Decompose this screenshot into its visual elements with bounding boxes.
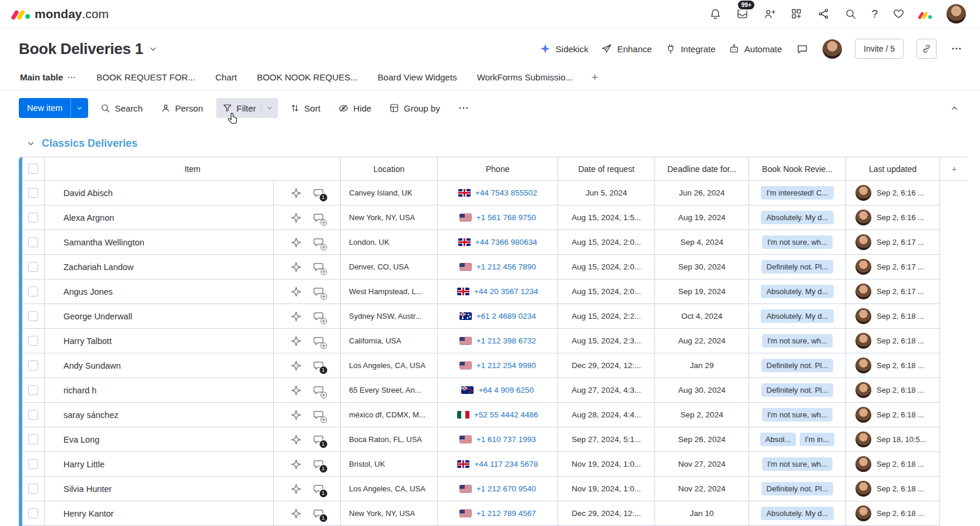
tab-book-request-for[interactable]: BOOK REQUEST FOR...: [95, 65, 196, 90]
table-row[interactable]: saray sánchez méxico df, CDMX, M... +52 …: [22, 403, 968, 427]
phone-link[interactable]: +1 212 398 6732: [476, 336, 536, 345]
sparkle-star-icon[interactable]: [290, 434, 302, 446]
sparkle-star-icon[interactable]: [290, 286, 302, 298]
sparkle-star-icon[interactable]: [290, 335, 302, 347]
item-name[interactable]: Alexa Argnon: [63, 213, 114, 222]
copy-link-button[interactable]: [917, 39, 937, 59]
toolbar-more-button[interactable]: [452, 98, 475, 118]
apps-marketplace-button[interactable]: [789, 6, 804, 21]
hide-button[interactable]: Hide: [332, 99, 377, 118]
date-of-request-cell[interactable]: Sep 27, 2024, 5:1...: [558, 427, 655, 452]
sparkle-star-icon[interactable]: [290, 483, 302, 495]
board-title-chevron-icon[interactable]: [148, 44, 158, 54]
phone-link[interactable]: +1 610 737 1993: [476, 435, 536, 444]
board-options-button[interactable]: [949, 42, 964, 56]
tab-chart[interactable]: Chart: [214, 65, 238, 90]
date-of-request-cell[interactable]: Aug 15, 2024, 2:3...: [558, 329, 655, 353]
updates-button[interactable]: 1: [313, 187, 324, 199]
review-cell[interactable]: I'm not sure, wh...: [749, 403, 846, 427]
column-header-review[interactable]: Book Nook Revie...: [749, 157, 846, 181]
row-checkbox-cell[interactable]: [22, 477, 45, 501]
item-name[interactable]: Henry Kantor: [63, 509, 113, 518]
column-header-last-updated[interactable]: Last updated: [846, 157, 940, 181]
location-cell[interactable]: 65 Every Street, An...: [341, 378, 438, 403]
phone-link[interactable]: +44 7366 980634: [475, 238, 537, 247]
updates-button[interactable]: 1: [313, 483, 324, 495]
review-chip[interactable]: Absolutely. My d...: [761, 211, 833, 224]
location-cell[interactable]: méxico df, CDMX, M...: [341, 403, 438, 427]
phone-cell[interactable]: +1 212 398 6732: [438, 329, 558, 353]
item-name-cell[interactable]: Zachariah Landow: [45, 255, 274, 279]
deadline-cell[interactable]: Nov 22, 2024: [655, 477, 749, 501]
table-row[interactable]: Silvia Hunter 1 Los Angeles, CA, USA +1 …: [22, 477, 968, 501]
location-cell[interactable]: Canvey Island, UK: [341, 181, 438, 205]
phone-link[interactable]: +1 212 670 9540: [476, 484, 536, 493]
phone-cell[interactable]: +1 610 737 1993: [438, 427, 558, 452]
last-updated-cell[interactable]: Sep 2, 6:16 ...: [846, 181, 940, 205]
deadline-cell[interactable]: Sep 30, 2024: [655, 255, 749, 279]
automate-button[interactable]: Automate: [729, 43, 782, 55]
last-updated-cell[interactable]: Sep 2, 6:17 ...: [846, 279, 940, 304]
phone-link[interactable]: +44 20 3567 1234: [474, 287, 538, 296]
column-header-phone[interactable]: Phone: [438, 157, 558, 181]
invite-button[interactable]: Invite / 5: [855, 39, 904, 59]
review-cell[interactable]: Absolutely. My d...: [749, 304, 846, 329]
sort-button[interactable]: Sort: [284, 99, 327, 117]
date-of-request-cell[interactable]: Aug 27, 2024, 4:3...: [558, 378, 655, 403]
invite-members-button[interactable]: [762, 6, 777, 21]
phone-cell[interactable]: +52 55 4442 4486: [438, 403, 558, 427]
select-all-checkbox[interactable]: [28, 164, 38, 174]
last-updated-cell[interactable]: Sep 2, 6:17 ...: [846, 230, 940, 255]
deadline-cell[interactable]: Oct 4, 2024: [655, 304, 749, 329]
sparkle-star-icon[interactable]: [290, 409, 302, 421]
review-cell[interactable]: I'm not sure, wh...: [749, 230, 846, 255]
select-all-cell[interactable]: [22, 157, 45, 181]
item-name[interactable]: Samantha Wellington: [63, 238, 145, 247]
location-cell[interactable]: Los Angeles, CA, USA: [341, 477, 438, 501]
row-checkbox[interactable]: [28, 262, 38, 272]
row-checkbox[interactable]: [28, 459, 38, 469]
location-cell[interactable]: Denver, CO, USA: [341, 255, 438, 279]
table-row[interactable]: David Abisch 1 Canvey Island, UK +44 754…: [22, 181, 968, 205]
row-checkbox-cell[interactable]: [22, 329, 45, 353]
last-updated-cell[interactable]: Sep 2, 6:18 ...: [846, 329, 940, 353]
table-row[interactable]: Zachariah Landow Denver, CO, USA +1 212 …: [22, 255, 968, 279]
location-cell[interactable]: California, USA: [341, 329, 438, 353]
updates-button[interactable]: [313, 409, 324, 421]
sparkle-star-icon[interactable]: [290, 458, 302, 470]
review-chip[interactable]: I'm not sure, wh...: [762, 408, 833, 422]
table-row[interactable]: Andy Sundawn 1 Los Angeles, CA, USA +1 2…: [22, 353, 968, 378]
sidekick-button[interactable]: Sidekick: [539, 43, 589, 55]
add-column-button[interactable]: +: [940, 157, 968, 181]
table-row[interactable]: Henry Kantor 1 New York, NY, USA +1 212 …: [22, 501, 968, 526]
table-row[interactable]: Eva Long 1 Boca Raton, FL, USA +1 610 73…: [22, 427, 968, 452]
phone-link[interactable]: +61 2 4689 0234: [476, 312, 536, 321]
review-chip[interactable]: Absol...: [760, 433, 796, 446]
location-cell[interactable]: Boca Raton, FL, USA: [341, 427, 438, 452]
deadline-cell[interactable]: Jan 10: [655, 501, 749, 526]
updates-button[interactable]: [313, 212, 324, 224]
deadline-cell[interactable]: Nov 27, 2024: [655, 452, 749, 477]
deadline-cell[interactable]: Sep 26, 2024: [655, 427, 749, 452]
group-title[interactable]: Classics Deliveries: [42, 137, 137, 150]
row-checkbox-cell[interactable]: [22, 353, 45, 378]
date-of-request-cell[interactable]: Nov 19, 2024, 1:0...: [558, 452, 655, 477]
review-chip[interactable]: I'm in...: [800, 433, 835, 446]
phone-cell[interactable]: +44 7366 980634: [438, 230, 558, 255]
item-name[interactable]: Andy Sundawn: [63, 361, 121, 370]
review-cell[interactable]: I'm not sure, wh...: [749, 329, 846, 353]
phone-link[interactable]: +1 212 456 7890: [476, 262, 536, 271]
item-name-cell[interactable]: Eva Long: [45, 427, 274, 452]
date-of-request-cell[interactable]: Aug 15, 2024, 2:0...: [558, 230, 655, 255]
location-cell[interactable]: London, UK: [341, 230, 438, 255]
review-chip[interactable]: Absolutely. My d...: [761, 285, 833, 298]
review-cell[interactable]: Absolutely. My d...: [749, 501, 846, 526]
sparkle-star-icon[interactable]: [290, 187, 302, 199]
column-header-location[interactable]: Location: [341, 157, 438, 181]
table-row[interactable]: Harry Talbott California, USA +1 212 398…: [22, 329, 968, 353]
review-cell[interactable]: Definitely not. Pl...: [749, 255, 846, 279]
item-name-cell[interactable]: Alexa Argnon: [45, 205, 274, 230]
tab-menu-icon[interactable]: [67, 73, 76, 82]
updates-button[interactable]: 1: [313, 458, 324, 470]
row-checkbox[interactable]: [28, 286, 38, 296]
